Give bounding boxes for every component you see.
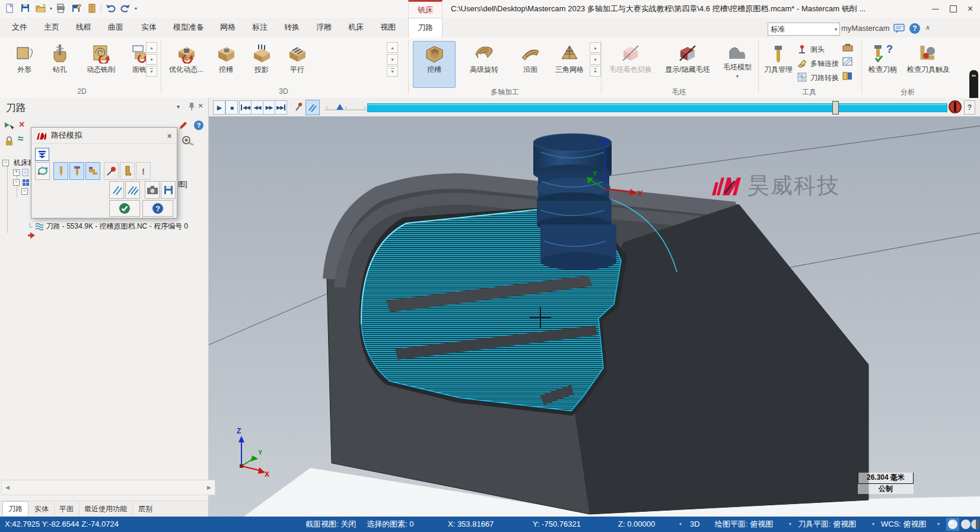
chevron-down-icon[interactable]: ▾ <box>872 517 874 532</box>
ribbon-button-project[interactable]: 投影 <box>244 41 279 88</box>
expand-gallery-icon[interactable]: ▾ <box>387 66 398 77</box>
chevron-down-icon[interactable]: ▾ <box>789 517 791 532</box>
insert-arrow-icon[interactable] <box>27 232 36 241</box>
ribbon-button-tri-mesh[interactable]: 三角网格 <box>549 41 590 88</box>
dialog-ok-button[interactable] <box>109 200 140 217</box>
minimize-button[interactable]: — <box>932 5 939 13</box>
ribbon-button-drill[interactable]: 钻孔 <box>43 41 77 88</box>
toolpath-display-icon[interactable]: ≈ <box>18 133 23 145</box>
sim-hatch-dense-button[interactable] <box>125 181 140 199</box>
sim-show-holder-button[interactable] <box>69 162 84 180</box>
undo-icon[interactable] <box>104 2 117 15</box>
maximize-button[interactable] <box>950 5 957 12</box>
chevron-down-icon[interactable]: ▾ <box>937 517 940 532</box>
stop-button[interactable]: ■ <box>225 100 238 115</box>
scroll-right-icon[interactable]: ▶ <box>207 484 211 490</box>
dialog-close-icon[interactable]: × <box>167 131 172 141</box>
simulation-progress-bar[interactable] <box>367 103 947 112</box>
skip-start-button[interactable]: ◀◀ <box>239 100 252 115</box>
panel-tab-levels[interactable]: 层别 <box>133 502 158 516</box>
ribbon-button-toolpath-transform[interactable]: 刀路转换 <box>797 71 839 84</box>
ribbon-button-tool-manager[interactable]: 刀具管理 <box>761 41 796 88</box>
context-tab-mill[interactable]: 铣床 <box>408 0 443 20</box>
sphere-icon[interactable] <box>961 520 971 529</box>
hatch-display-toggle[interactable] <box>306 100 320 115</box>
position-x[interactable]: X: 353.81667 <box>448 517 494 532</box>
collapse-icon[interactable]: − <box>13 179 20 186</box>
sim-solid-tool-button[interactable] <box>120 162 135 180</box>
ribbon-button-stock-model[interactable]: 毛坯模型 ▾ <box>718 41 756 88</box>
sim-trace-button[interactable] <box>104 162 119 180</box>
sim-help-button[interactable]: ? <box>964 100 975 115</box>
ribbon-button-dynamic-mill[interactable]: 动态铣削 <box>78 41 123 88</box>
redo-icon[interactable] <box>119 2 132 15</box>
sim-show-tool-button[interactable] <box>53 162 68 180</box>
sim-show-rapid-button[interactable] <box>85 162 100 180</box>
sim-save-button[interactable] <box>161 181 176 199</box>
pin-icon[interactable] <box>187 102 196 113</box>
sim-hatch-sparse-button[interactable] <box>109 181 124 199</box>
zip-folder-icon[interactable] <box>85 2 98 15</box>
save-icon[interactable] <box>19 2 32 15</box>
mode-3d[interactable]: 3D <box>690 517 700 532</box>
panel-tab-solids[interactable]: 实体 <box>29 502 55 516</box>
ribbon-tab-home[interactable]: 主页 <box>37 18 66 37</box>
view-mode-icons[interactable] <box>946 518 979 531</box>
ribbon-tab-toolpaths[interactable]: 刀路 <box>408 18 443 37</box>
panel-tab-recent[interactable]: 最近使用功能 <box>79 502 133 516</box>
ribbon-tab-wireframe[interactable]: 线框 <box>69 18 98 37</box>
ribbon-tab-art[interactable]: 浮雕 <box>310 18 338 37</box>
panel-h-scrollbar[interactable]: ◀ ▶ <box>1 480 215 495</box>
scroll-up-icon[interactable]: ▴ <box>146 42 157 53</box>
feedback-icon[interactable] <box>893 23 905 36</box>
help-icon[interactable]: ? <box>909 23 921 36</box>
ribbon-button-check-holder[interactable]: ? 检查刀柄 <box>864 41 902 88</box>
ribbon-button-contour[interactable]: 外形 <box>7 41 42 88</box>
open-dropdown-icon[interactable]: ▾ <box>50 6 52 11</box>
ribbon-button-advanced-rotary[interactable]: 高级旋转 <box>457 41 511 88</box>
collapse-icon[interactable]: − <box>2 160 9 166</box>
panel-menu-icon[interactable]: ▾ <box>177 103 180 110</box>
regen-icon[interactable] <box>182 135 195 148</box>
slider-thumb[interactable] <box>336 104 343 110</box>
dialog-help-button[interactable]: ? <box>142 200 173 217</box>
ribbon-tab-solids[interactable]: 实体 <box>134 18 164 37</box>
scroll-down-icon[interactable]: ▾ <box>387 54 398 65</box>
viewport-3d[interactable]: X Y Z Y X <box>208 116 980 517</box>
toolbox-icon[interactable] <box>842 43 853 54</box>
print-icon[interactable] <box>55 2 68 15</box>
select-all-icon[interactable] <box>4 121 15 133</box>
qat-customize-icon[interactable]: ▾ <box>135 6 137 11</box>
step-back-button[interactable]: ◀◀ <box>251 100 263 115</box>
ribbon-button-multiaxis-link[interactable]: 多轴连接 <box>797 57 839 70</box>
expand-gallery-icon[interactable]: ▾ <box>590 66 601 77</box>
tree-node-operation[interactable]: − <box>21 188 30 195</box>
open-file-icon[interactable] <box>34 2 47 15</box>
dialog-titlebar[interactable]: 路径模拟 × <box>31 128 177 144</box>
new-file-icon[interactable] <box>4 2 17 15</box>
step-forward-button[interactable]: ▶▶ <box>263 100 275 115</box>
ribbon-button-multiaxis-pocket[interactable]: 挖槽 <box>413 41 456 88</box>
tree-node-properties[interactable]: + <box>13 169 31 176</box>
chevron-down-icon[interactable]: ▾ <box>679 517 682 532</box>
panel-close-icon[interactable]: × <box>198 101 203 110</box>
ribbon-tab-drafting[interactable]: 标注 <box>246 18 274 37</box>
close-button[interactable]: × <box>968 4 973 14</box>
sim-info-button[interactable]: ! <box>136 162 151 180</box>
emergency-stop-icon[interactable] <box>949 100 962 115</box>
tree-node-machine-group[interactable]: − 机床群组-1 <box>2 158 31 168</box>
collapse-ribbon-icon[interactable]: ∧ <box>925 24 930 31</box>
ribbon-tab-file[interactable]: 文件 <box>5 18 34 37</box>
ribbon-button-opti-dynamic[interactable]: 优化动态... <box>166 41 206 88</box>
ribbon-tab-model-prep[interactable]: 模型准备 <box>167 18 210 37</box>
block-drill-icon[interactable] <box>842 71 853 83</box>
ribbon-tab-transform[interactable]: 转换 <box>278 18 306 37</box>
collapse-icon[interactable]: − <box>21 188 28 195</box>
group-3d-scroll[interactable]: ▴ ▾ ▾ <box>387 42 398 77</box>
position-z[interactable]: Z: 0.00000 <box>618 517 655 532</box>
speed-slider[interactable] <box>322 100 370 113</box>
unselect-all-icon[interactable]: × <box>19 119 24 130</box>
trace-pin-icon[interactable] <box>294 102 303 115</box>
panel-tab-toolpaths[interactable]: 刀路 <box>2 501 28 516</box>
ribbon-tab-mesh[interactable]: 网格 <box>214 18 242 37</box>
